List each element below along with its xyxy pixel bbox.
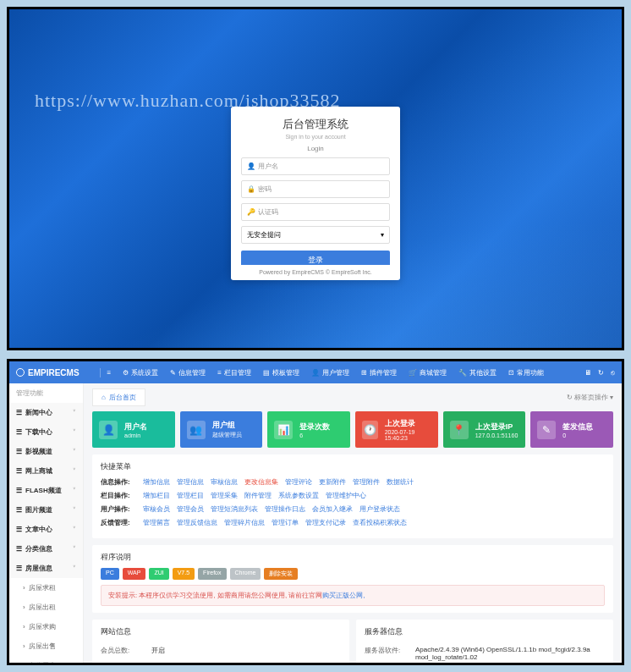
topmenu-system[interactable]: ⚙ 系统设置 xyxy=(118,368,163,377)
quick-link[interactable]: 管理附件 xyxy=(353,477,380,487)
sidebar-item[interactable]: ☰ 网上商城˅ xyxy=(9,461,83,481)
brand[interactable]: EMPIRECMS xyxy=(16,368,80,377)
badge[interactable]: PC xyxy=(101,568,119,580)
quick-menu-card: 快捷菜单 信息操作:增加信息管理信息审核信息更改信息集管理评论更新附件管理附件数… xyxy=(92,454,613,538)
security-question-select[interactable]: 无安全提问▾ xyxy=(241,226,390,244)
quick-link[interactable]: 管理栏目 xyxy=(177,491,204,500)
stat-icon: 🕐 xyxy=(362,421,378,439)
login-label: Login xyxy=(241,145,390,152)
stat-icon: 📊 xyxy=(274,421,293,439)
sidebar-item[interactable]: ☰ 图片频道˅ xyxy=(9,500,83,520)
quick-link[interactable]: 管理反馈信息 xyxy=(177,518,217,527)
quick-link-row: 信息操作:增加信息管理信息审核信息更改信息集管理评论更新附件管理附件数据统计 xyxy=(101,477,605,487)
quick-link[interactable]: 管理订单 xyxy=(272,518,299,527)
stat-card[interactable]: 👥用户组超级管理员 xyxy=(180,411,263,448)
quick-link[interactable]: 管理支付记录 xyxy=(305,518,346,527)
quick-link[interactable]: 管理采集 xyxy=(211,491,238,500)
server-info-title: 服务器信息 xyxy=(365,626,605,637)
sidebar-item[interactable]: › 房屋求购 xyxy=(9,617,83,636)
quick-link[interactable]: 查看投稿积累状态 xyxy=(353,518,407,527)
stat-icon: 👤 xyxy=(99,421,118,439)
stat-card[interactable]: ✎签发信息0 xyxy=(530,411,613,448)
program-info-title: 程序说明 xyxy=(101,552,605,563)
password-input[interactable]: 🔒密码 xyxy=(241,180,390,198)
quick-link[interactable]: 管理维护中心 xyxy=(326,491,366,500)
topmenu-column[interactable]: ≡ 栏目管理 xyxy=(212,368,256,377)
sidebar-item[interactable]: ☰ 文章中心˅ xyxy=(9,520,83,539)
quick-link[interactable]: 会员加入继承 xyxy=(312,504,353,514)
refresh-icon[interactable]: ↻ xyxy=(598,369,604,377)
quick-link[interactable]: 附件管理 xyxy=(244,491,272,500)
login-title: 后台管理系统 xyxy=(241,117,390,132)
captcha-input[interactable]: 🔑认证码 xyxy=(241,203,390,221)
server-info-card: 服务器信息 服务器软件:Apache/2.4.39 (Win64) OpenSS… xyxy=(356,620,613,665)
sidebar-item[interactable]: ☰ 房屋信息˅ xyxy=(9,559,83,578)
site-info-card: 网站信息 会员总数:开启会员统编:关闭管理员个数:1 人未来数据行:0 条未审标… xyxy=(92,620,349,665)
quick-link[interactable]: 管理会员 xyxy=(177,504,204,514)
sidebar-item[interactable]: ☰ 新闻中心˅ xyxy=(9,403,83,422)
user-icon: 👤 xyxy=(247,162,254,170)
sidebar-item[interactable]: ☰ 影视频道˅ xyxy=(9,442,83,461)
topmenu-info[interactable]: ✎ 信息管理 xyxy=(165,368,211,377)
quick-link[interactable]: 数据统计 xyxy=(387,477,414,487)
badge[interactable]: ZUI xyxy=(149,568,168,580)
stat-card[interactable]: 👤用户名admin xyxy=(92,411,175,448)
top-menu: ≡ ⚙ 系统设置 ✎ 信息管理 ≡ 栏目管理 ▤ 模板管理 👤 用户管理 ⊞ 插… xyxy=(96,368,584,377)
info-row: 服务器软件:Apache/2.4.39 (Win64) OpenSSL/1.1.… xyxy=(365,642,605,664)
info-row: 操作系统:WINNT xyxy=(365,664,605,665)
topmenu-other[interactable]: 🔧 其他设置 xyxy=(453,368,502,377)
badge[interactable]: Firefox xyxy=(198,568,226,580)
chevron-down-icon: ▾ xyxy=(381,231,384,239)
stat-card[interactable]: 🕐上次登录2020-07-19 15:40:23 xyxy=(355,411,438,448)
brand-icon xyxy=(16,368,25,377)
tab-home[interactable]: ⌂后台首页 xyxy=(92,388,145,406)
quick-link[interactable]: 管理碎片信息 xyxy=(224,518,265,527)
topmenu-common[interactable]: ⊡ 常用功能 xyxy=(503,368,549,377)
badge[interactable]: WAP xyxy=(123,568,146,580)
sidebar-item[interactable]: › 房屋出租 xyxy=(9,598,83,617)
quick-link[interactable]: 管理操作日志 xyxy=(265,504,305,514)
stat-card[interactable]: 📊登录次数6 xyxy=(267,411,350,448)
quick-link[interactable]: 管理留言 xyxy=(143,518,170,527)
sidebar-item[interactable]: › 房屋出售 xyxy=(9,636,83,656)
username-input[interactable]: 👤用户名 xyxy=(241,157,390,175)
quick-link[interactable]: 增加信息 xyxy=(143,477,170,487)
quick-link[interactable]: 更新附件 xyxy=(319,477,346,487)
quick-link[interactable]: 管理评论 xyxy=(285,477,312,487)
topmenu-plugin[interactable]: ⊞ 插件管理 xyxy=(356,368,402,377)
sidebar-group-category[interactable]: ☰ 分类信息˅ xyxy=(9,539,83,559)
stat-icon: ✎ xyxy=(537,421,556,439)
monitor-icon[interactable]: 🖥 xyxy=(584,369,591,377)
sidebar-item[interactable]: ☰ FLASH频道˅ xyxy=(9,481,83,500)
topmenu-shop[interactable]: 🛒 商城管理 xyxy=(403,368,452,377)
stat-card[interactable]: 📍上次登录IP127.0.0.1:51160 xyxy=(443,411,526,448)
quick-link[interactable]: 管理信息 xyxy=(177,477,204,487)
site-info-title: 网站信息 xyxy=(101,626,341,637)
topmenu-user[interactable]: 👤 用户管理 xyxy=(306,368,354,377)
topmenu-template[interactable]: ▤ 模板管理 xyxy=(258,368,305,377)
login-subtitle: Sign in to your account xyxy=(241,134,390,140)
quick-link[interactable]: 管理短消息列表 xyxy=(211,504,258,514)
quick-link[interactable]: 增加栏目 xyxy=(143,491,170,500)
stat-icon: 📍 xyxy=(450,421,469,439)
info-row: 会员总数:开启 xyxy=(101,642,341,658)
quick-link[interactable]: 审核会员 xyxy=(143,504,170,514)
quick-link[interactable]: 更改信息集 xyxy=(244,477,278,487)
logout-icon[interactable]: ⎋ xyxy=(611,369,615,377)
quick-link[interactable]: 系统参数设置 xyxy=(278,491,319,500)
quick-link[interactable]: 审核信息 xyxy=(211,477,238,487)
badge[interactable]: 删除安装 xyxy=(264,568,298,580)
quick-link[interactable]: 用户登录状态 xyxy=(359,504,400,514)
main-content: ⌂后台首页 ↻ 标签页操作 ▾ 👤用户名admin👥用户组超级管理员📊登录次数6… xyxy=(84,383,622,665)
stat-icon: 👥 xyxy=(187,421,206,439)
tab-operations[interactable]: ↻ 标签页操作 ▾ xyxy=(567,393,613,402)
sidebar: 管理功能 ☰ 新闻中心˅☰ 下载中心˅☰ 影视频道˅☰ 网上商城˅☰ FLASH… xyxy=(9,383,84,665)
hamburger-icon[interactable]: ≡ xyxy=(100,368,117,377)
sidebar-item[interactable]: › 办公用房 xyxy=(9,656,83,665)
badge[interactable]: Chrome xyxy=(230,568,261,580)
sidebar-item[interactable]: ☰ 下载中心˅ xyxy=(9,422,83,442)
alert-link[interactable]: 购买正版公网, xyxy=(322,592,365,599)
quick-link-row: 栏目操作:增加栏目管理栏目管理采集附件管理系统参数设置管理维护中心 xyxy=(101,491,605,500)
sidebar-item[interactable]: › 房屋求租 xyxy=(9,578,83,598)
badge[interactable]: V7.5 xyxy=(173,568,195,580)
